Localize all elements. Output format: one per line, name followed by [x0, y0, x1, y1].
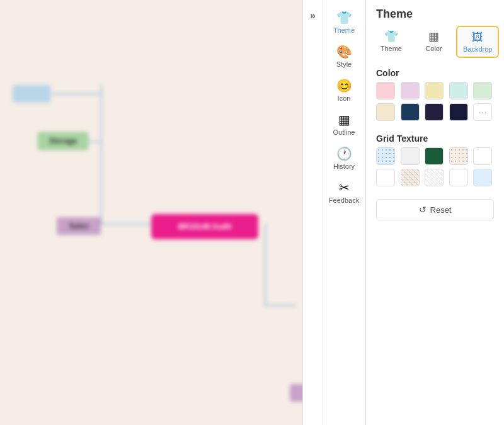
texture-swatches-grid [366, 147, 504, 191]
sidebar-item-history[interactable]: 🕐 History [323, 141, 365, 175]
canvas: Storage BR10148 Audit Sales [0, 0, 302, 425]
reset-button[interactable]: ↺ Reset [376, 199, 494, 220]
reset-label: Reset [430, 205, 452, 215]
connector-line [265, 305, 296, 306]
swatch-green-light[interactable] [473, 82, 492, 99]
texture-solid-dark[interactable] [425, 147, 444, 165]
tab-backdrop-label: Backdrop [463, 45, 492, 53]
connector-line [265, 224, 266, 305]
tab-backdrop-icon: 🖼 [472, 31, 483, 44]
texture-stripe-beige[interactable] [401, 169, 420, 186]
mindmap-node-sales[interactable]: Sales [57, 217, 101, 235]
panel-title: Theme [366, 0, 504, 26]
icon-icon: 😊 [336, 78, 352, 93]
sidebar-item-icon[interactable]: 😊 Icon [323, 73, 365, 107]
texture-stripe-light[interactable] [425, 169, 444, 186]
sidebar-item-style[interactable]: 🎨 Style [323, 39, 365, 73]
texture-blue-dots[interactable] [376, 147, 395, 165]
swatch-lavender[interactable] [401, 82, 420, 99]
swatch-dark-navy[interactable] [425, 103, 444, 121]
swatch-yellow-light[interactable] [425, 82, 444, 99]
sidebar-item-theme[interactable]: 👕 Theme [323, 5, 365, 39]
right-panel: Theme 👕 Theme ▦ Color 🖼 Backdrop Color ·… [365, 0, 504, 425]
swatch-navy[interactable] [401, 103, 420, 121]
style-icon: 🎨 [336, 44, 352, 59]
history-icon: 🕐 [336, 146, 352, 161]
color-section-label: Color [366, 63, 504, 82]
swatch-cream[interactable] [376, 103, 395, 121]
sidebar-item-outline[interactable]: ▦ Outline [323, 107, 365, 141]
theme-icon: 👕 [336, 10, 352, 25]
swatch-deep-navy[interactable] [449, 103, 468, 121]
sidebar-collapse-button[interactable]: » [302, 0, 323, 425]
tab-theme-label: Theme [381, 45, 402, 52]
mindmap-node-storage[interactable]: Storage [38, 132, 88, 150]
left-sidebar: 👕 Theme 🎨 Style 😊 Icon ▦ Outline 🕐 Histo… [323, 0, 365, 425]
collapse-icon: » [310, 10, 316, 21]
swatch-pink-light[interactable] [376, 82, 395, 99]
tab-backdrop[interactable]: 🖼 Backdrop [456, 26, 499, 58]
sidebar-item-feedback[interactable]: ✂ Feedback [323, 175, 365, 209]
color-swatches-grid: ··· [366, 82, 504, 128]
connector-line [101, 85, 102, 224]
texture-light-blue[interactable] [473, 169, 492, 186]
swatch-more[interactable]: ··· [473, 103, 492, 121]
texture-beige-dots[interactable] [449, 147, 468, 165]
mindmap-node-bottom[interactable] [290, 384, 302, 402]
tab-color-icon: ▦ [428, 30, 439, 43]
reset-icon: ↺ [419, 205, 427, 215]
tab-color-label: Color [425, 45, 442, 52]
swatch-mint[interactable] [449, 82, 468, 99]
texture-white[interactable] [473, 147, 492, 165]
grid-texture-label: Grid Texture [366, 128, 504, 147]
tab-theme[interactable]: 👕 Theme [371, 26, 411, 58]
texture-white2[interactable] [376, 169, 395, 186]
outline-icon: ▦ [338, 112, 350, 127]
mindmap-node-central[interactable]: BR10148 Audit [151, 214, 258, 239]
tab-color[interactable]: ▦ Color [414, 26, 454, 58]
texture-white3[interactable] [449, 169, 468, 186]
texture-fine-dots[interactable] [401, 147, 420, 165]
tab-theme-icon: 👕 [384, 30, 398, 43]
feedback-icon: ✂ [339, 180, 350, 195]
panel-tabs: 👕 Theme ▦ Color 🖼 Backdrop [366, 26, 504, 63]
mindmap-node[interactable] [13, 85, 50, 103]
